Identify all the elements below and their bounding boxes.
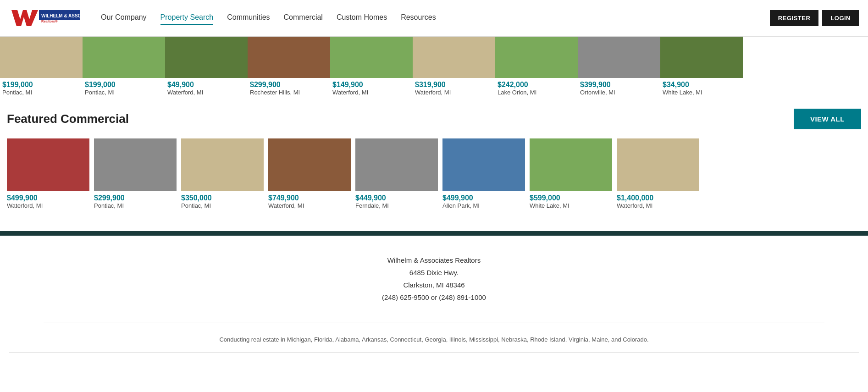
commercial-listing-image [355, 138, 438, 191]
view-all-button[interactable]: VIEW ALL [794, 109, 861, 129]
login-button[interactable]: LOGIN [822, 10, 859, 26]
featured-header: Featured Commercial VIEW ALL [7, 109, 861, 129]
featured-commercial-title: Featured Commercial [7, 112, 129, 126]
listing-location: Rochester Hills, MI [248, 89, 330, 99]
commercial-listing-card[interactable]: $749,900Waterford, MI [268, 138, 351, 213]
commercial-listing-card[interactable]: $299,900Pontiac, MI [94, 138, 177, 213]
footer-address1: 6485 Dixie Hwy. [9, 266, 859, 279]
navbar: WILHELM & ASSOCIATES Realtors® Our Compa… [0, 0, 868, 37]
top-listing-card[interactable]: $242,000Lake Orion, MI [495, 37, 578, 99]
listing-location: Pontiac, MI [0, 89, 83, 99]
top-listing-card[interactable]: $149,900Waterford, MI [330, 37, 413, 99]
nav-communities[interactable]: Communities [227, 11, 270, 25]
listing-price: $399,900 [578, 81, 660, 89]
commercial-listing-price: $350,000 [181, 194, 264, 202]
commercial-listing-price: $449,900 [355, 194, 438, 202]
listing-price: $242,000 [495, 81, 578, 89]
listing-image [578, 37, 660, 78]
top-listing-card[interactable]: $199,000Pontiac, MI [83, 37, 165, 99]
commercial-listing-price: $599,000 [530, 194, 612, 202]
commercial-grid: $499,900Waterford, MI$299,900Pontiac, MI… [7, 138, 861, 217]
commercial-listing-card[interactable]: $499,900Allen Park, MI [442, 138, 525, 213]
listing-image [248, 37, 330, 78]
listing-location: Lake Orion, MI [495, 89, 578, 99]
svg-text:Realtors®: Realtors® [41, 19, 58, 23]
commercial-listing-card[interactable]: $350,000Pontiac, MI [181, 138, 264, 213]
nav-our-company[interactable]: Our Company [101, 11, 147, 25]
footer-address2: Clarkston, MI 48346 [9, 279, 859, 291]
listing-location: Waterford, MI [413, 89, 495, 99]
listing-price: $199,000 [83, 81, 165, 89]
commercial-listing-image [94, 138, 177, 191]
listing-price: $34,900 [660, 81, 743, 89]
listing-image [330, 37, 413, 78]
listing-price: $319,900 [413, 81, 495, 89]
top-listing-card[interactable]: $319,900Waterford, MI [413, 37, 495, 99]
featured-commercial-section: Featured Commercial VIEW ALL $499,900Wat… [0, 99, 868, 231]
listing-image [495, 37, 578, 78]
nav-custom-homes[interactable]: Custom Homes [337, 11, 387, 25]
commercial-listing-location: White Lake, MI [530, 202, 612, 213]
commercial-listing-price: $499,900 [7, 194, 89, 202]
svg-text:WILHELM & ASSOCIATES: WILHELM & ASSOCIATES [41, 13, 83, 18]
nav-buttons: REGISTER LOGIN [770, 10, 859, 26]
footer-company: Wilhelm & Associates Realtors [9, 254, 859, 266]
commercial-listing-location: Waterford, MI [617, 202, 699, 213]
nav-links: Our Company Property Search Communities … [101, 11, 770, 25]
listing-location: Pontiac, MI [83, 89, 165, 99]
commercial-listing-location: Pontiac, MI [181, 202, 264, 213]
commercial-listing-price: $499,900 [442, 194, 525, 202]
footer-divider [44, 322, 825, 322]
listing-location: Waterford, MI [330, 89, 413, 99]
listing-price: $199,000 [0, 81, 83, 89]
listing-image [83, 37, 165, 78]
commercial-listing-card[interactable]: $599,000White Lake, MI [530, 138, 612, 213]
register-button[interactable]: REGISTER [770, 10, 818, 26]
commercial-listing-card[interactable]: $499,900Waterford, MI [7, 138, 89, 213]
nav-property-search[interactable]: Property Search [160, 11, 214, 25]
listing-location: Ortonville, MI [578, 89, 660, 99]
footer-bottom-divider [9, 352, 859, 353]
commercial-listing-price: $299,900 [94, 194, 177, 202]
listing-price: $299,900 [248, 81, 330, 89]
commercial-listing-image [7, 138, 89, 191]
listing-image [660, 37, 743, 78]
listing-price: $49,900 [165, 81, 248, 89]
listing-image [0, 37, 83, 78]
commercial-listing-image [442, 138, 525, 191]
nav-commercial[interactable]: Commercial [284, 11, 323, 25]
logo[interactable]: WILHELM & ASSOCIATES Realtors® [9, 6, 83, 31]
commercial-listing-location: Waterford, MI [268, 202, 351, 213]
commercial-listing-image [181, 138, 264, 191]
top-listing-card[interactable]: $34,900White Lake, MI [660, 37, 743, 99]
commercial-listing-card[interactable]: $449,900Ferndale, MI [355, 138, 438, 213]
footer-info: Wilhelm & Associates Realtors 6485 Dixie… [0, 236, 868, 313]
top-listing-card[interactable]: $49,900Waterford, MI [165, 37, 248, 99]
top-listing-card[interactable]: $399,900Ortonville, MI [578, 37, 660, 99]
top-listing-card[interactable]: $299,900Rochester Hills, MI [248, 37, 330, 99]
commercial-listing-location: Pontiac, MI [94, 202, 177, 213]
commercial-listing-price: $749,900 [268, 194, 351, 202]
commercial-listing-location: Ferndale, MI [355, 202, 438, 213]
svg-marker-0 [11, 10, 38, 26]
listing-image [413, 37, 495, 78]
commercial-listing-image [268, 138, 351, 191]
commercial-listing-card[interactable]: $1,400,000Waterford, MI [617, 138, 699, 213]
commercial-listing-image [617, 138, 699, 191]
footer-dark-bar [0, 231, 868, 236]
top-listings-row: $199,000Pontiac, MI$199,000Pontiac, MI$4… [0, 37, 868, 99]
commercial-listing-image [530, 138, 612, 191]
listing-location: White Lake, MI [660, 89, 743, 99]
commercial-listing-location: Allen Park, MI [442, 202, 525, 213]
nav-resources[interactable]: Resources [401, 11, 436, 25]
footer-phone: (248) 625-9500 or (248) 891-1000 [9, 291, 859, 304]
listing-price: $149,900 [330, 81, 413, 89]
footer-states: Conducting real estate in Michigan, Flor… [0, 331, 868, 352]
listing-image [165, 37, 248, 78]
commercial-listing-location: Waterford, MI [7, 202, 89, 213]
commercial-listing-price: $1,400,000 [617, 194, 699, 202]
listing-location: Waterford, MI [165, 89, 248, 99]
top-listing-card[interactable]: $199,000Pontiac, MI [0, 37, 83, 99]
